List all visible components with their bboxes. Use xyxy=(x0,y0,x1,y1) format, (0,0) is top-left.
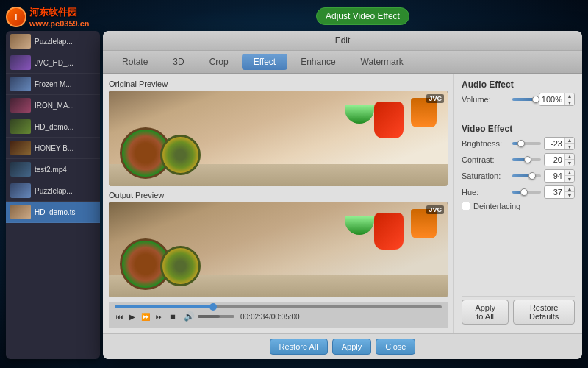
saturation-value: 94 xyxy=(545,171,564,180)
brightness-label: Brightness: xyxy=(462,139,509,148)
deinterlacing-checkbox[interactable] xyxy=(462,202,470,210)
video-panel: Original Preview JVC Output Preview xyxy=(103,74,453,333)
apply-button[interactable]: Apply xyxy=(332,339,372,355)
main-button-row: Restore All Apply Close xyxy=(103,333,582,359)
hue-thumb xyxy=(520,188,528,196)
contrast-value-box[interactable]: 20 ▲ ▼ xyxy=(544,153,575,166)
volume-fill xyxy=(198,315,220,318)
volume-step-up[interactable]: ▲ xyxy=(565,93,574,99)
file-thumb xyxy=(10,141,31,155)
video-effect-section: Video Effect Brightness: -23 ▲ ▼ xyxy=(462,124,575,210)
contrast-slider[interactable] xyxy=(512,158,541,161)
tab-3d[interactable]: 3D xyxy=(161,54,196,70)
hue-slider[interactable] xyxy=(512,191,541,194)
stop-button[interactable]: ⏹ xyxy=(168,312,178,322)
volume-control-row: Volume: 100% ▲ ▼ xyxy=(462,93,575,106)
file-item[interactable]: HD_demo.ts xyxy=(6,202,100,223)
time-display: 00:02:34/00:05:00 xyxy=(240,313,300,321)
apply-buttons-row: Apply to All Restore Defaults xyxy=(462,296,575,328)
saturation-slider[interactable] xyxy=(512,174,541,177)
hue-step-down[interactable]: ▼ xyxy=(565,192,574,199)
volume-slider[interactable] xyxy=(198,315,234,318)
restore-defaults-button[interactable]: Restore Defaults xyxy=(513,300,575,325)
file-name: HD_demo.ts xyxy=(35,208,76,216)
plate2-decoration-out xyxy=(160,246,201,286)
plate2-decoration xyxy=(160,135,201,175)
volume-step-down[interactable]: ▼ xyxy=(565,99,574,106)
effects-panel: Audio Effect Volume: 100% ▲ ▼ xyxy=(453,74,582,333)
file-thumb xyxy=(10,119,31,134)
progress-bar[interactable] xyxy=(115,305,442,308)
brightness-value: -23 xyxy=(545,139,564,148)
contrast-thumb xyxy=(524,156,531,163)
deinterlacing-row: Deinterlacing xyxy=(462,202,575,210)
hue-control-row: Hue: 37 ▲ ▼ xyxy=(462,185,575,199)
tab-bar: Rotate 3D Crop Effect Enhance Watermark xyxy=(103,51,582,74)
brightness-steppers: ▲ ▼ xyxy=(564,137,574,150)
file-item[interactable]: HONEY B... xyxy=(6,138,100,159)
output-video-preview: JVC xyxy=(109,202,448,297)
tab-crop[interactable]: Crop xyxy=(198,54,240,70)
brightness-value-box[interactable]: -23 ▲ ▼ xyxy=(544,137,575,150)
saturation-value-box[interactable]: 94 ▲ ▼ xyxy=(544,169,575,183)
hue-value: 37 xyxy=(545,188,564,197)
brightness-slider[interactable] xyxy=(512,142,541,145)
file-thumb xyxy=(10,77,31,91)
teapot-decoration-out xyxy=(374,213,404,250)
file-item[interactable]: HD_demo... xyxy=(6,116,100,138)
contrast-step-down[interactable]: ▼ xyxy=(565,160,574,166)
file-name: IRON_MA... xyxy=(35,102,74,110)
tab-enhance[interactable]: Enhance xyxy=(289,54,347,70)
contrast-step-up[interactable]: ▲ xyxy=(565,153,574,160)
file-thumb xyxy=(10,205,31,219)
file-name: test2.mp4 xyxy=(35,166,67,174)
file-item[interactable]: Frozen M... xyxy=(6,74,100,95)
tab-rotate[interactable]: Rotate xyxy=(110,54,159,70)
file-name: HD_demo... xyxy=(35,123,74,131)
hue-steppers: ▲ ▼ xyxy=(564,185,574,199)
file-thumb xyxy=(10,34,31,49)
hue-value-box[interactable]: 37 ▲ ▼ xyxy=(544,185,575,199)
file-item[interactable]: JVC_HD_... xyxy=(6,52,100,74)
file-thumb xyxy=(10,55,31,70)
original-video-preview: JVC xyxy=(109,91,448,186)
restore-all-button[interactable]: Restore All xyxy=(270,339,328,355)
apply-to-all-button[interactable]: Apply to All xyxy=(462,300,509,325)
play-button[interactable]: ▶ xyxy=(128,312,137,322)
file-name: Frozen M... xyxy=(35,80,72,88)
volume-value-box[interactable]: 100% ▲ ▼ xyxy=(539,93,575,106)
adjust-video-effect-badge: Adjust Video Effect xyxy=(316,7,409,25)
file-item[interactable]: Puzzlelap... xyxy=(6,31,100,52)
controls-row xyxy=(115,305,442,308)
fast-forward-button[interactable]: ⏩ xyxy=(140,312,151,322)
audio-section-title: Audio Effect xyxy=(462,79,575,90)
file-name: Puzzlelap... xyxy=(35,38,73,46)
brightness-step-down[interactable]: ▼ xyxy=(565,144,574,150)
skip-back-button[interactable]: ⏮ xyxy=(115,312,125,322)
file-item[interactable]: test2.mp4 xyxy=(6,159,100,180)
file-item[interactable]: IRON_MA... xyxy=(6,95,100,116)
jvc-watermark-out: JVC xyxy=(426,205,444,214)
close-button[interactable]: Close xyxy=(376,339,415,355)
transport-row: ⏮ ▶ ⏩ ⏭ ⏹ 🔊 00:02:34/00:05:00 xyxy=(115,311,442,322)
audio-effect-section: Audio Effect Volume: 100% ▲ ▼ xyxy=(462,79,575,109)
saturation-thumb xyxy=(528,172,536,180)
brightness-control-row: Brightness: -23 ▲ ▼ xyxy=(462,137,575,150)
tab-effect[interactable]: Effect xyxy=(242,54,287,70)
tab-watermark[interactable]: Watermark xyxy=(349,54,415,70)
volume-value: 100% xyxy=(539,95,564,104)
volume-slider-track[interactable] xyxy=(512,98,536,101)
watermark-site-name: 河东软件园 xyxy=(29,6,90,19)
main-window: Edit Rotate 3D Crop Effect Enhance Water… xyxy=(103,31,582,359)
brightness-step-up[interactable]: ▲ xyxy=(565,137,574,144)
content-area: Original Preview JVC Output Preview xyxy=(103,74,582,333)
file-name: Puzzlelap... xyxy=(35,187,73,195)
saturation-step-up[interactable]: ▲ xyxy=(565,169,574,176)
watermark-url: www.pc0359.cn xyxy=(29,19,90,28)
skip-forward-button[interactable]: ⏭ xyxy=(154,312,165,322)
bowl-decoration xyxy=(345,105,374,124)
hue-step-up[interactable]: ▲ xyxy=(565,185,574,192)
deinterlacing-label: Deinterlacing xyxy=(473,202,520,210)
saturation-step-down[interactable]: ▼ xyxy=(565,176,574,183)
file-item[interactable]: Puzzlelap... xyxy=(6,180,100,202)
